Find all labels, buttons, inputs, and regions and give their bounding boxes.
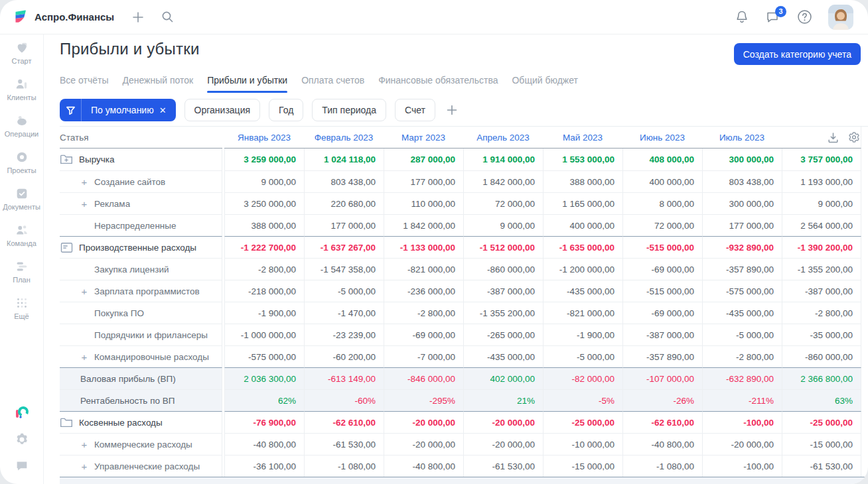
cell-value: 2 366 800,00 bbox=[782, 367, 861, 389]
app-logo-icon bbox=[13, 9, 28, 25]
cell-value: 72 000,00 bbox=[622, 214, 702, 236]
column-header-month[interactable]: Май 2023 bbox=[543, 127, 622, 149]
table-row[interactable]: Покупка ПО-1 900,00-1 470,00-2 800,00-1 … bbox=[60, 302, 868, 324]
cell-value: -1 390 200,00 bbox=[782, 236, 861, 258]
notifications-bell-icon[interactable] bbox=[733, 8, 751, 27]
cell-value: -435 000,00 bbox=[702, 302, 782, 324]
tab-денежный-поток[interactable]: Денежный поток bbox=[122, 75, 193, 93]
table-row[interactable]: +Зарплата программистов-218 000,00-5 000… bbox=[60, 280, 868, 302]
sidebar-item-projects[interactable]: Проекты bbox=[0, 150, 43, 174]
table-row[interactable]: +Командировочные расходы-575 000,00-60 2… bbox=[60, 345, 868, 367]
footer-logo-icon[interactable] bbox=[14, 404, 30, 420]
add-filter-icon[interactable] bbox=[446, 104, 458, 116]
search-icon[interactable] bbox=[158, 8, 177, 27]
sidebar-item-plan[interactable]: План bbox=[0, 259, 43, 284]
sidebar-item-start[interactable]: Старт bbox=[0, 40, 43, 65]
cell-value: -236 000,00 bbox=[384, 280, 463, 302]
cell-value: 803 438,00 bbox=[304, 170, 384, 192]
tab-все-отчёты[interactable]: Все отчёты bbox=[60, 75, 108, 93]
chat-bubble-icon[interactable] bbox=[15, 459, 29, 473]
table-row[interactable]: Закупка лицензий-2 800,00-1 547 358,00-8… bbox=[60, 258, 868, 280]
cell-value: -62 610,00 bbox=[304, 411, 384, 433]
cell-value: -387 000,00 bbox=[782, 280, 861, 302]
cell-value: -632 890,00 bbox=[702, 367, 782, 389]
cell-value: -107 000,00 bbox=[622, 367, 702, 389]
tab-прибыли-и-убытки[interactable]: Прибыли и убытки bbox=[207, 75, 287, 93]
cell-value: 400 000,00 bbox=[622, 170, 702, 192]
doc-check-icon bbox=[15, 186, 29, 201]
filter-chip[interactable]: Год bbox=[269, 99, 303, 121]
cell-value: -1 637 267,00 bbox=[304, 236, 384, 258]
sidebar-item-operations[interactable]: Операции bbox=[0, 113, 43, 138]
create-category-button[interactable]: Создать категорию учета bbox=[734, 43, 861, 65]
table-row[interactable]: +Реклама3 250 000,00220 680,00110 000,00… bbox=[60, 192, 868, 214]
sidebar-item-team[interactable]: Команда bbox=[0, 223, 43, 247]
expand-plus-icon[interactable]: + bbox=[80, 461, 88, 472]
expand-plus-icon[interactable]: + bbox=[80, 176, 88, 188]
cell-value: 400 000,00 bbox=[543, 214, 622, 236]
cell-value: -1 222 700,00 bbox=[224, 236, 304, 258]
messages-icon[interactable]: 3 bbox=[766, 11, 780, 24]
add-global-button[interactable] bbox=[129, 8, 147, 27]
table-row[interactable]: +Управленческие расходы-36 100,00-1 080,… bbox=[60, 455, 868, 477]
table-row[interactable]: Выручка3 259 000,001 024 118,00287 000,0… bbox=[60, 149, 868, 170]
card-icon[interactable] bbox=[60, 242, 73, 253]
expand-plus-icon[interactable]: + bbox=[80, 351, 88, 363]
help-icon[interactable] bbox=[795, 8, 814, 27]
cell-value: -7 000,00 bbox=[384, 345, 463, 367]
filter-chip[interactable]: Счет bbox=[395, 99, 435, 121]
topbar: Аспро.Финансы 3 bbox=[0, 0, 868, 34]
tab-оплата-счетов[interactable]: Оплата счетов bbox=[301, 75, 364, 93]
filter-funnel-icon[interactable] bbox=[60, 99, 82, 121]
table-row[interactable]: +Коммерческие расходы-40 800,00-61 530,0… bbox=[60, 433, 868, 455]
expand-plus-icon[interactable]: + bbox=[80, 286, 88, 297]
people-icon bbox=[15, 223, 29, 237]
row-label: Валовая прибыль (ВП) bbox=[80, 374, 176, 384]
gear-icon[interactable] bbox=[15, 432, 29, 447]
filter-chip[interactable]: Организация bbox=[184, 99, 260, 121]
folder-icon[interactable] bbox=[60, 417, 73, 428]
table-row[interactable]: Косвенные расходы-76 900,00-62 610,00-20… bbox=[60, 411, 868, 433]
table-row[interactable]: Подрядчики и фрилансеры-1 000 000,00-23 … bbox=[60, 324, 868, 345]
row-label: Нераспределенные bbox=[94, 221, 177, 231]
sidebar-item-more[interactable]: Ещё bbox=[0, 296, 43, 320]
expand-plus-icon[interactable]: + bbox=[80, 198, 88, 210]
table-row[interactable]: Нераспределенные388 000,00177 000,001 84… bbox=[60, 214, 868, 236]
column-header-month[interactable]: Апрель 2023 bbox=[463, 127, 543, 149]
cell-value: 9 000,00 bbox=[782, 192, 861, 214]
cell-value: -20 000,00 bbox=[702, 433, 782, 455]
folder-plus-icon[interactable] bbox=[60, 154, 73, 165]
column-header-month[interactable]: Март 2023 bbox=[384, 127, 463, 149]
cell-value: 803 438,00 bbox=[702, 170, 782, 192]
filter-chip[interactable]: Тип периода bbox=[312, 99, 386, 121]
cell-value: 63% bbox=[782, 389, 861, 411]
filter-default-chip[interactable]: По умолчанию ✕ bbox=[60, 99, 176, 121]
tab-финансовые-обязательства[interactable]: Финансовые обязательства bbox=[378, 75, 498, 93]
expand-plus-icon[interactable]: + bbox=[80, 439, 88, 450]
download-icon[interactable] bbox=[828, 132, 839, 143]
cell-value: -1 355 200,00 bbox=[463, 302, 543, 324]
cell-value: 72 000,00 bbox=[463, 192, 543, 214]
user-avatar[interactable] bbox=[828, 5, 853, 30]
sidebar-item-label: План bbox=[13, 276, 31, 284]
tab-общий-бюджет[interactable]: Общий бюджет bbox=[512, 75, 577, 93]
column-header-month[interactable]: Июль 2023 bbox=[702, 127, 782, 149]
cell-value: -860 000,00 bbox=[782, 345, 861, 367]
app-title: Аспро.Финансы bbox=[35, 11, 114, 23]
filter-remove-icon[interactable]: ✕ bbox=[159, 105, 167, 115]
table-row[interactable]: +Создание сайтов9 000,00803 438,00177 00… bbox=[60, 170, 868, 192]
cell-value: -23 239,00 bbox=[304, 324, 384, 345]
row-label: Косвенные расходы bbox=[79, 418, 163, 428]
cell-value: -10 000,00 bbox=[543, 433, 622, 455]
sidebar-item-documents[interactable]: Документы bbox=[0, 186, 43, 211]
table-settings-icon[interactable] bbox=[848, 131, 860, 143]
sidebar-item-clients[interactable]: Клиенты bbox=[0, 77, 43, 101]
cell-value: 62% bbox=[224, 389, 304, 411]
column-header-month[interactable]: Февраль 2023 bbox=[304, 127, 384, 149]
column-header-month[interactable]: Июнь 2023 bbox=[622, 127, 702, 149]
table-row[interactable]: Рентабельность по ВП62%-60%-295%21%-5%-2… bbox=[60, 389, 868, 411]
table-row[interactable]: Производственные расходы-1 222 700,00-1 … bbox=[60, 236, 868, 258]
plan-icon bbox=[15, 259, 29, 274]
table-row[interactable]: Валовая прибыль (ВП)2 036 300,00-613 149… bbox=[60, 367, 868, 389]
column-header-month[interactable]: Январь 2023 bbox=[224, 127, 304, 149]
